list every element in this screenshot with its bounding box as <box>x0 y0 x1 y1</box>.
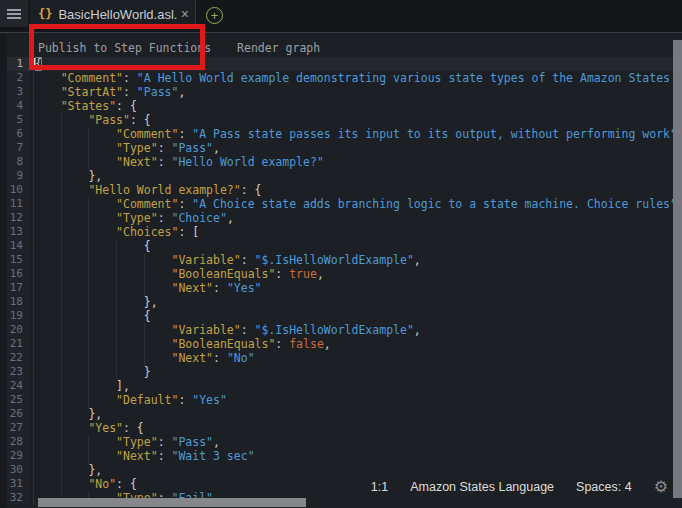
tab-bar: {} BasicHelloWorld.asl.json × + <box>0 0 682 33</box>
code-line: 11"Comment": "A Choice state adds branch… <box>0 197 682 211</box>
code-line: 8"Next": "Hello World example?" <box>0 155 682 169</box>
code-line: 15"Variable": "$.IsHelloWorldExample", <box>0 253 682 267</box>
language-mode[interactable]: Amazon States Language <box>410 480 554 494</box>
code-text: "Comment": "A Choice state adds branchin… <box>30 197 677 211</box>
code-line: 23} <box>0 365 682 379</box>
code-text: "No": { <box>30 477 137 491</box>
code-text: ], <box>30 379 130 393</box>
code-text: "Yes": { <box>30 421 144 435</box>
codelens-row: Publish to Step Functions Render graph <box>38 40 320 56</box>
code-line: 29"Next": "Wait 3 sec" <box>0 449 682 463</box>
code-text: "Default": "Yes" <box>30 393 227 407</box>
close-icon[interactable]: × <box>181 6 189 22</box>
horizontal-scrollbar[interactable] <box>38 498 306 507</box>
code-text: "Choices": [ <box>30 225 199 239</box>
code-line: 20"Variable": "$.IsHelloWorldExample", <box>0 323 682 337</box>
hamburger-icon <box>7 7 21 21</box>
code-text: "Pass": { <box>30 113 151 127</box>
code-text: "Next": "Wait 3 sec" <box>30 449 255 463</box>
code-text: "Next": "No" <box>30 351 255 365</box>
tab-title: BasicHelloWorld.asl.json <box>58 7 176 22</box>
code-text: "States": { <box>30 99 137 113</box>
code-line: 4"States": { <box>0 99 682 113</box>
code-text: "Next": "Hello World example?" <box>30 155 324 169</box>
code-line: 25"Default": "Yes" <box>0 393 682 407</box>
code-line: 7"Type": "Pass", <box>0 141 682 155</box>
code-text: "Next": "Yes" <box>30 281 262 295</box>
code-line: 5"Pass": { <box>0 113 682 127</box>
cursor-position[interactable]: 1:1 <box>371 480 388 494</box>
code-text: "Variable": "$.IsHelloWorldExample", <box>30 253 421 267</box>
menu-button[interactable] <box>0 0 28 27</box>
indentation-setting[interactable]: Spaces: 4 <box>576 480 632 494</box>
status-bar: 1:1 Amazon States Language Spaces: 4 ⚙ <box>371 478 668 496</box>
code-line: 27"Yes": { <box>0 421 682 435</box>
gear-icon[interactable]: ⚙ <box>654 479 668 495</box>
code-line: 2"Comment": "A Hello World example demon… <box>0 71 682 85</box>
code-text: }, <box>30 169 102 183</box>
code-line: 16"BooleanEquals": true, <box>0 267 682 281</box>
code-text: "Type": "Choice", <box>30 211 234 225</box>
publish-to-step-functions-link[interactable]: Publish to Step Functions <box>38 40 211 56</box>
code-line: 17"Next": "Yes" <box>0 281 682 295</box>
code-line: 22"Next": "No" <box>0 351 682 365</box>
code-text: }, <box>30 463 102 477</box>
json-file-icon: {} <box>38 7 52 21</box>
code-text: { <box>30 239 151 253</box>
tab-basichelloworld[interactable]: {} BasicHelloWorld.asl.json × <box>30 0 196 28</box>
code-lines: 1{2"Comment": "A Hello World example dem… <box>0 57 682 505</box>
render-graph-link[interactable]: Render graph <box>237 40 320 56</box>
code-line: 26}, <box>0 407 682 421</box>
code-line: 14{ <box>0 239 682 253</box>
code-text: "Type": "Pass", <box>30 141 220 155</box>
editor-window: {} BasicHelloWorld.asl.json × + Publish … <box>0 0 682 508</box>
code-line: 21"BooleanEquals": false, <box>0 337 682 351</box>
code-line: 12"Type": "Choice", <box>0 211 682 225</box>
code-line: 1{ <box>0 57 682 71</box>
code-text: "StartAt": "Pass", <box>30 85 185 99</box>
code-text: { <box>30 57 682 71</box>
code-line: 9}, <box>0 169 682 183</box>
code-editor[interactable]: Publish to Step Functions Render graph 1… <box>0 34 682 508</box>
code-line: 19{ <box>0 309 682 323</box>
code-line: 6"Comment": "A Pass state passes its inp… <box>0 127 682 141</box>
code-text: "Comment": "A Pass state passes its inpu… <box>30 127 677 141</box>
plus-icon: + <box>211 9 219 22</box>
code-text: } <box>30 365 151 379</box>
code-line: 30}, <box>0 463 682 477</box>
code-line: 18}, <box>0 295 682 309</box>
code-text: "BooleanEquals": true, <box>30 267 324 281</box>
code-text: "BooleanEquals": false, <box>30 337 331 351</box>
vertical-scrollbar[interactable] <box>673 40 682 498</box>
code-line: 3"StartAt": "Pass", <box>0 85 682 99</box>
code-text: { <box>30 309 151 323</box>
code-text: "Hello World example?": { <box>30 183 261 197</box>
code-line: 24], <box>0 379 682 393</box>
code-line: 10"Hello World example?": { <box>0 183 682 197</box>
code-text: "Type": "Pass", <box>30 435 220 449</box>
code-line: 13"Choices": [ <box>0 225 682 239</box>
code-text: "Comment": "A Hello World example demons… <box>30 71 682 85</box>
code-text: "Variable": "$.IsHelloWorldExample", <box>30 323 421 337</box>
editor-left-margin <box>0 34 7 508</box>
code-text: }, <box>30 295 158 309</box>
new-tab-button[interactable]: + <box>206 7 223 24</box>
code-text: }, <box>30 407 102 421</box>
code-line: 28"Type": "Pass", <box>0 435 682 449</box>
